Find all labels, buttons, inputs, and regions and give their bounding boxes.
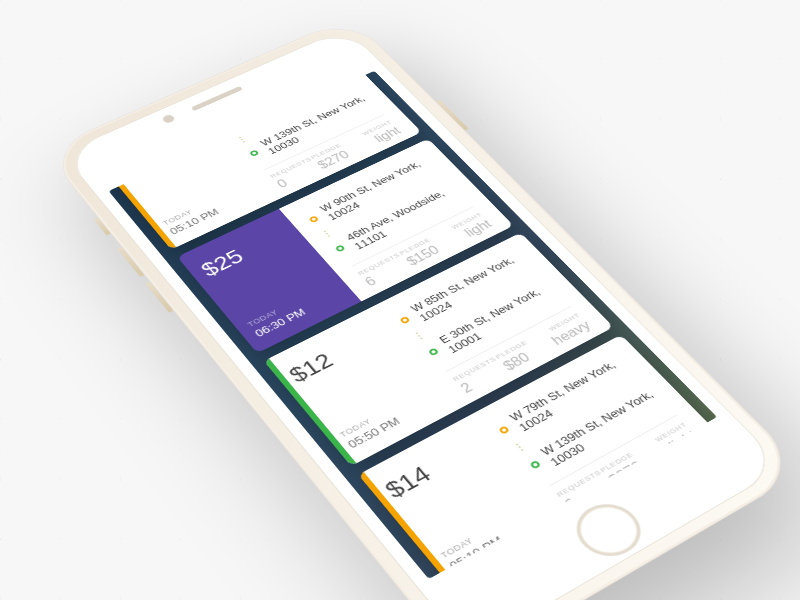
mute-switch	[94, 218, 111, 236]
date-label: TODAY	[246, 281, 335, 328]
route-dots-icon	[513, 442, 526, 453]
price-panel: $12TODAY05:50 PM	[264, 309, 458, 466]
pickup-dot-icon	[399, 316, 410, 324]
dropoff-dot-icon	[249, 150, 259, 157]
dropoff-dot-icon	[428, 348, 439, 357]
dropoff-dot-icon	[529, 460, 541, 469]
pledge-stat: PLEDGE$80	[494, 333, 553, 374]
phone-device: $14TODAY05:10 PMW 79th St, New York, 100…	[43, 16, 800, 600]
pickup-dot-icon	[309, 215, 320, 223]
price-amount: $25	[196, 224, 294, 282]
route-dots-icon	[413, 331, 425, 341]
price-amount: $14	[380, 435, 485, 503]
dropoff-dot-icon	[335, 244, 346, 252]
volume-up-button	[117, 247, 145, 278]
